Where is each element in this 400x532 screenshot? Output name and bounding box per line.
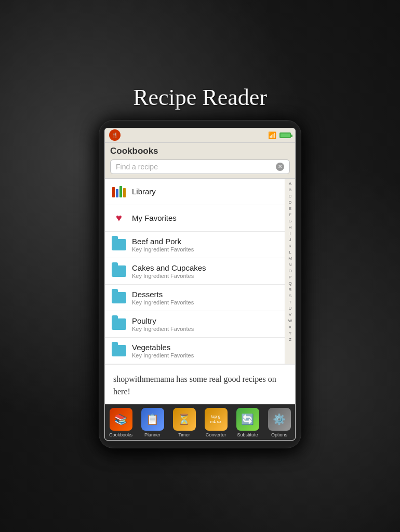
status-icons: 📶 [268, 131, 291, 139]
alpha-Y[interactable]: Y [289, 330, 291, 337]
alpha-D[interactable]: D [289, 200, 292, 206]
list-item-desserts[interactable]: Desserts Key Ingredient Favorites [105, 285, 285, 311]
search-placeholder: Find a recipe [116, 163, 158, 171]
beef-pork-icon [111, 237, 127, 252]
cookbooks-toolbar-icon: 📚 [110, 408, 132, 431]
bottom-toolbar: 📚 Cookbooks 📋 Planner ⏳ Timer [105, 404, 295, 440]
timer-toolbar-icon: ⏳ [173, 408, 196, 431]
cookbooks-toolbar-label: Cookbooks [109, 432, 132, 437]
app-logo: 🍴 [109, 129, 121, 141]
toolbar-substitute[interactable]: 🔄 Substitute [232, 405, 263, 440]
vegetables-icon [111, 343, 127, 358]
library-text: Library [132, 187, 278, 196]
planner-icon-glyph: 📋 [146, 413, 159, 425]
options-icon-glyph: ⚙️ [273, 413, 286, 425]
toolbar-converter[interactable]: tsp gmL oz Converter [200, 405, 232, 440]
cakes-cupcakes-subtitle: Key Ingredient Favorites [132, 273, 278, 279]
alpha-G[interactable]: G [288, 218, 291, 224]
list-item-favorites[interactable]: ♥ My Favorites [105, 205, 285, 232]
toolbar-options[interactable]: ⚙️ Options [263, 405, 295, 440]
alphabet-sidebar: A B C D E F G H I J K L M N O P Q [285, 179, 295, 364]
folder-icon [112, 265, 126, 277]
battery-icon [279, 132, 291, 138]
converter-icon-glyph: tsp gmL oz [210, 414, 222, 424]
alpha-E[interactable]: E [289, 206, 291, 212]
search-clear-button[interactable]: ✕ [276, 163, 284, 171]
favorites-icon: ♥ [111, 210, 127, 226]
beef-pork-subtitle: Key Ingredient Favorites [132, 246, 278, 252]
alpha-Z[interactable]: Z [289, 337, 291, 343]
vegetables-title: Vegetables [132, 343, 278, 352]
app-title: Recipe Reader [133, 84, 267, 111]
options-toolbar-label: Options [271, 432, 287, 437]
poultry-icon [111, 316, 127, 332]
folder-icon [112, 345, 126, 356]
list-item-poultry[interactable]: Poultry Key Ingredient Favorites [105, 311, 285, 338]
folder-icon [112, 292, 126, 303]
alpha-H[interactable]: H [289, 224, 292, 231]
alpha-A[interactable]: A [289, 181, 291, 187]
search-bar[interactable]: Find a recipe ✕ [110, 159, 290, 174]
library-title: Library [132, 187, 278, 196]
alpha-T[interactable]: T [289, 299, 291, 305]
desserts-subtitle: Key Ingredient Favorites [132, 299, 278, 305]
device-screen: 🍴 📶 Cookbooks Find a recipe ✕ [104, 128, 296, 441]
converter-toolbar-label: Converter [206, 432, 226, 437]
cakes-cupcakes-title: Cakes and Cupcakes [132, 263, 278, 272]
list-item-cakes-cupcakes[interactable]: Cakes and Cupcakes Key Ingredient Favori… [105, 258, 285, 285]
section-title: Cookbooks [110, 146, 290, 156]
status-bar: 🍴 📶 [105, 128, 295, 143]
alpha-L[interactable]: L [289, 249, 291, 256]
alpha-K[interactable]: K [289, 243, 291, 249]
poultry-text: Poultry Key Ingredient Favorites [132, 316, 278, 332]
toolbar-cookbooks[interactable]: 📚 Cookbooks [105, 405, 137, 440]
alpha-V[interactable]: V [289, 312, 291, 318]
alpha-S[interactable]: S [289, 293, 291, 299]
content-area: Library ♥ My Favorites [105, 179, 295, 364]
list-item-vegetables[interactable]: Vegetables Key Ingredient Favorites [105, 338, 285, 364]
page-wrapper: Recipe Reader 🍴 📶 Cookbooks [99, 84, 301, 448]
vegetables-subtitle: Key Ingredient Favorites [132, 352, 278, 358]
alpha-J[interactable]: J [289, 237, 291, 243]
watermark-area: shopwithmemama has some real good recipe… [105, 364, 295, 404]
alpha-R[interactable]: R [289, 287, 292, 293]
alpha-M[interactable]: M [288, 256, 292, 262]
alpha-I[interactable]: I [289, 231, 290, 237]
alpha-W[interactable]: W [288, 318, 292, 324]
alpha-Q[interactable]: Q [288, 281, 291, 287]
vegetables-text: Vegetables Key Ingredient Favorites [132, 343, 278, 358]
app-header: Cookbooks Find a recipe ✕ [105, 143, 295, 179]
desserts-text: Desserts Key Ingredient Favorites [132, 290, 278, 305]
alpha-N[interactable]: N [289, 262, 292, 268]
list-item-library[interactable]: Library [105, 179, 285, 205]
planner-toolbar-icon: 📋 [141, 408, 164, 431]
alpha-P[interactable]: P [289, 274, 291, 281]
alpha-F[interactable]: F [289, 212, 291, 218]
timer-toolbar-label: Timer [178, 432, 190, 437]
list-item-beef-pork[interactable]: Beef and Pork Key Ingredient Favorites [105, 232, 285, 258]
heart-icon: ♥ [116, 212, 122, 224]
alpha-O[interactable]: O [288, 268, 291, 274]
svg-text:🍴: 🍴 [112, 132, 118, 139]
beef-pork-text: Beef and Pork Key Ingredient Favorites [132, 237, 278, 252]
folder-icon [112, 318, 126, 330]
favorites-title: My Favorites [132, 214, 278, 222]
alpha-B[interactable]: B [289, 187, 291, 193]
favorites-text: My Favorites [132, 214, 278, 222]
substitute-toolbar-icon: 🔄 [236, 408, 259, 431]
cakes-cupcakes-text: Cakes and Cupcakes Key Ingredient Favori… [132, 263, 278, 279]
cookbooks-icon-glyph: 📚 [114, 413, 127, 425]
alpha-U[interactable]: U [289, 305, 292, 312]
watermark-text: shopwithmemama has some real good recipe… [113, 373, 287, 398]
alpha-C[interactable]: C [289, 193, 292, 200]
converter-toolbar-icon: tsp gmL oz [205, 408, 228, 431]
desserts-icon [111, 290, 127, 305]
planner-toolbar-label: Planner [144, 432, 161, 437]
list-area: Library ♥ My Favorites [105, 179, 285, 364]
alpha-X[interactable]: X [289, 324, 291, 330]
beef-pork-title: Beef and Pork [132, 237, 278, 246]
timer-icon-glyph: ⏳ [178, 413, 191, 425]
toolbar-planner[interactable]: 📋 Planner [137, 405, 168, 440]
toolbar-timer[interactable]: ⏳ Timer [168, 405, 200, 440]
cakes-cupcakes-icon [111, 263, 127, 279]
